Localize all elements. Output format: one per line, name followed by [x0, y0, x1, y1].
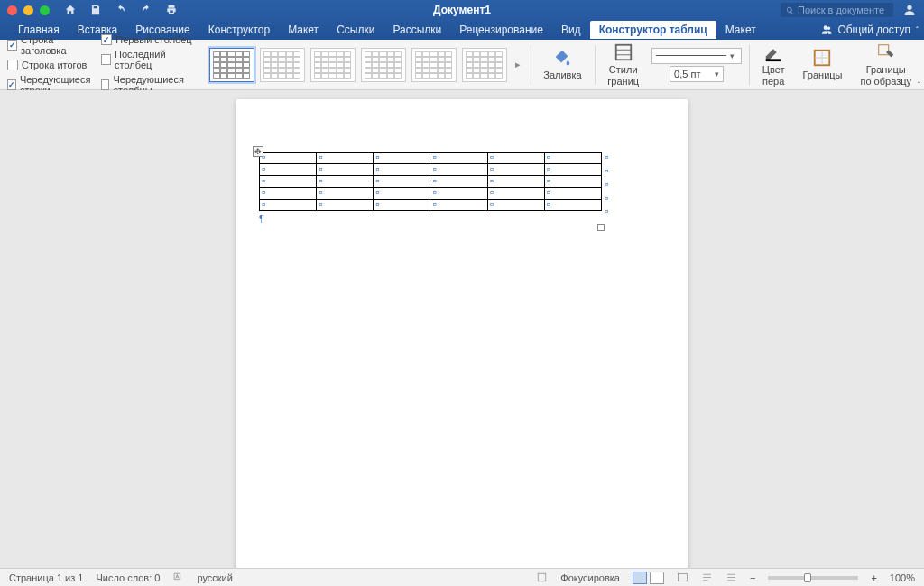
checkbox-last-column[interactable]: Последний столбец [101, 49, 194, 70]
tab-view[interactable]: Вид [552, 21, 590, 39]
table-cell[interactable]: ¤ [374, 176, 430, 188]
zoom-level[interactable]: 100% [890, 572, 915, 583]
share-button[interactable]: Общий доступ ˆ [819, 23, 924, 36]
undo-icon[interactable] [115, 4, 127, 16]
table-cell[interactable]: ¤ [430, 153, 487, 164]
table-cell[interactable]: ¤ [487, 164, 544, 176]
line-style-group: ▾ 0,5 пт▾ [651, 48, 742, 82]
status-focus[interactable]: Фокусировка [560, 572, 620, 583]
table-cell[interactable]: ¤ [430, 200, 487, 211]
table-cell[interactable]: ¤ [487, 200, 544, 211]
share-icon [819, 23, 832, 36]
pen-color-button[interactable]: Цвет пера [757, 41, 790, 88]
zoom-slider[interactable] [768, 576, 858, 580]
search-input[interactable] [798, 5, 888, 15]
zoom-slider-knob[interactable] [804, 573, 811, 582]
table-cell[interactable]: ¤ [374, 153, 430, 164]
shading-button[interactable]: Заливка [538, 46, 587, 82]
table-cell[interactable]: ¤ [544, 153, 601, 164]
view-icon-2[interactable] [701, 572, 713, 583]
line-weight-selector[interactable]: 0,5 пт▾ [670, 66, 724, 82]
focus-icon [536, 572, 548, 583]
table-style-6[interactable] [462, 48, 507, 82]
table-cell[interactable]: ¤ [260, 153, 317, 164]
gallery-more-icon[interactable]: ▸ [513, 48, 523, 82]
title-bar: Документ1 [0, 0, 924, 20]
checkbox-total-row[interactable]: Строка итогов [7, 60, 94, 70]
borders-button[interactable]: Границы [797, 46, 847, 82]
table-cell[interactable]: ¤ [374, 164, 430, 176]
svg-rect-0 [615, 45, 631, 60]
table-cell[interactable]: ¤ [260, 200, 317, 211]
chevron-up-icon: ˆ [916, 25, 919, 34]
redo-icon[interactable] [140, 4, 152, 16]
table-cell[interactable]: ¤ [317, 153, 374, 164]
table-cell[interactable]: ¤ [374, 188, 430, 200]
table-cell[interactable]: ¤ [544, 188, 601, 200]
table-cell[interactable]: ¤ [487, 176, 544, 188]
home-icon[interactable] [64, 4, 77, 16]
table-cell[interactable]: ¤ [317, 200, 374, 211]
view-icon-3[interactable] [725, 572, 737, 583]
table-style-options-left: ✓Строка заголовка Строка итогов ✓Чередую… [7, 34, 94, 96]
table-cell[interactable]: ¤ [260, 164, 317, 176]
search-box[interactable] [781, 3, 893, 17]
document-page[interactable]: ✥ ¤¤¤¤¤¤¤¤¤¤¤¤¤¤¤¤¤¤¤¤¤¤¤¤¤¤¤¤¤¤ ¤¤¤¤¤ ¶ [236, 99, 688, 568]
status-language[interactable]: русский [197, 572, 232, 583]
share-label: Общий доступ [837, 23, 910, 36]
table-style-5[interactable] [411, 48, 457, 82]
table-cell[interactable]: ¤ [544, 200, 601, 211]
table-style-1[interactable] [209, 48, 254, 82]
table-style-3[interactable] [310, 48, 356, 82]
border-styles-button[interactable]: Стили границ [602, 41, 644, 88]
table-style-4[interactable] [361, 48, 406, 82]
border-painter-button[interactable]: Границы по образцу [855, 41, 917, 88]
tab-mailings[interactable]: Рассылки [383, 21, 450, 39]
table-cell[interactable]: ¤ [487, 153, 544, 164]
tab-layout[interactable]: Макет [279, 21, 328, 39]
tab-design[interactable]: Конструктор [199, 21, 279, 39]
table-cell[interactable]: ¤ [317, 164, 374, 176]
border-painter-icon [876, 42, 896, 62]
table-cell[interactable]: ¤ [260, 188, 317, 200]
table-cell[interactable]: ¤ [430, 164, 487, 176]
tab-table-layout[interactable]: Макет [716, 21, 765, 39]
view-web-layout[interactable] [650, 572, 664, 584]
table-cell[interactable]: ¤ [487, 188, 544, 200]
line-style-selector[interactable]: ▾ [651, 48, 742, 64]
tab-table-design[interactable]: Конструктор таблиц [590, 21, 716, 39]
borders-icon [812, 48, 832, 68]
zoom-in-button[interactable]: + [871, 572, 876, 583]
table-cell[interactable]: ¤ [317, 176, 374, 188]
table-cell[interactable]: ¤ [430, 176, 487, 188]
status-page[interactable]: Страница 1 из 1 [9, 572, 83, 583]
tab-review[interactable]: Рецензирование [450, 21, 552, 39]
table-cell[interactable]: ¤ [544, 164, 601, 176]
table-cell[interactable]: ¤ [374, 200, 430, 211]
maximize-window-button[interactable] [40, 5, 50, 15]
row-end-mark: ¤ [605, 167, 608, 175]
user-icon[interactable] [902, 3, 917, 17]
spellcheck-icon[interactable] [172, 572, 184, 583]
checkbox-header-row[interactable]: ✓Строка заголовка [7, 34, 94, 56]
table-cell[interactable]: ¤ [317, 188, 374, 200]
row-end-mark: ¤ [605, 194, 608, 202]
table-cell[interactable]: ¤ [430, 188, 487, 200]
view-print-layout[interactable] [633, 572, 647, 584]
zoom-out-button[interactable]: − [750, 572, 755, 583]
svg-rect-9 [679, 574, 688, 581]
view-icon-1[interactable] [677, 572, 688, 583]
row-end-mark: ¤ [605, 181, 608, 189]
close-window-button[interactable] [7, 5, 17, 15]
tab-references[interactable]: Ссылки [328, 21, 383, 39]
print-icon[interactable] [165, 4, 178, 16]
document-table[interactable]: ¤¤¤¤¤¤¤¤¤¤¤¤¤¤¤¤¤¤¤¤¤¤¤¤¤¤¤¤¤¤ [259, 152, 602, 211]
minimize-window-button[interactable] [23, 5, 33, 15]
checkbox-first-column[interactable]: ✓Первый столбец [101, 34, 194, 45]
table-cell[interactable]: ¤ [260, 176, 317, 188]
table-resize-handle[interactable] [597, 224, 605, 231]
table-cell[interactable]: ¤ [544, 176, 601, 188]
table-style-2[interactable] [260, 48, 305, 82]
status-word-count[interactable]: Число слов: 0 [96, 572, 160, 583]
save-icon[interactable] [89, 4, 102, 16]
